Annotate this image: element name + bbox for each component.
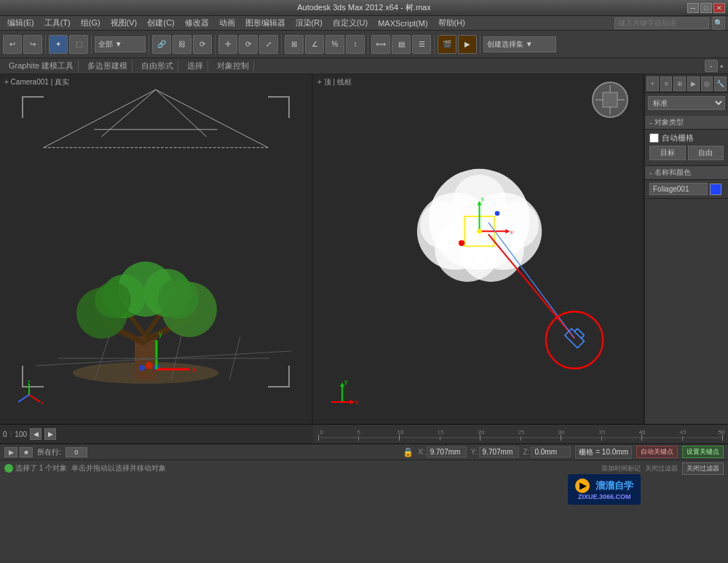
viewport-camera[interactable]: + Camera001 | 真实 xyxy=(0,74,313,424)
polygon-mode-btn[interactable]: - xyxy=(705,60,717,72)
panel-modify-btn[interactable]: ≡ xyxy=(660,76,673,91)
all-in-progress-label: 所在行: xyxy=(37,447,61,457)
prev-frame-btn[interactable]: ◀ xyxy=(30,428,41,440)
name-section-collapse-icon: - xyxy=(649,169,652,177)
select-button[interactable]: ✦ xyxy=(49,35,68,54)
svg-line-33 xyxy=(18,395,29,402)
menu-maxscript[interactable]: MAXScript(M) xyxy=(373,17,432,29)
spinner-snap-button[interactable]: ↕ xyxy=(346,35,365,54)
panel-display-btn[interactable]: ◎ xyxy=(701,76,713,91)
active-mode-indicator: ● xyxy=(720,63,724,70)
free-form-label: 自由形式 xyxy=(141,60,173,71)
render-button[interactable]: ▶ xyxy=(458,35,477,54)
bracket-top-right xyxy=(268,96,290,118)
right-panel: + ≡ ⊕ ▶ ◎ 🔧 标准 扩展基本体 - 对象类型 自动栅格 xyxy=(644,74,728,424)
hint-text: 单击并拖动以选择并移动对象 xyxy=(71,463,166,473)
align-button[interactable]: ▤ xyxy=(392,35,411,54)
object-type-header[interactable]: - 对象类型 xyxy=(645,116,728,130)
menu-animation[interactable]: 动画 xyxy=(215,16,240,30)
percent-snap-button[interactable]: % xyxy=(325,35,344,54)
auto-grid-label: 自动栅格 xyxy=(662,133,694,143)
play-button[interactable]: ▶ xyxy=(4,447,17,457)
svg-line-62 xyxy=(574,328,577,331)
quick-access-dropdown[interactable]: 创建选择集 ▼ xyxy=(483,36,556,52)
select-region-button[interactable]: ⬚ xyxy=(69,35,88,54)
render-setup-button[interactable]: 🎬 xyxy=(438,35,456,54)
graphite-label: Graphite 建模工具 xyxy=(9,60,74,71)
redo-button[interactable]: ↪ xyxy=(23,35,42,54)
panel-utilities-btn[interactable]: 🔧 xyxy=(714,76,727,91)
timeline-track[interactable]: 0 5 10 15 20 25 30 35 40 45 50 xyxy=(313,425,728,444)
layer-manager-button[interactable]: ☰ xyxy=(412,35,431,54)
main-content-area: + Camera001 | 真实 xyxy=(0,74,728,424)
set-key-button[interactable]: 设置关键点 xyxy=(682,446,724,458)
sub-toolbar: Graphite 建模工具 多边形建模 自由形式 选择 对象控制 - ● xyxy=(0,58,728,74)
search-button[interactable]: 🔍 xyxy=(712,17,725,30)
svg-point-56 xyxy=(495,211,500,216)
toolbar-separator-7 xyxy=(434,35,435,54)
menu-help[interactable]: 帮助(H) xyxy=(434,16,470,30)
stop-button[interactable]: ■ xyxy=(20,447,33,457)
name-color-header[interactable]: - 名称和颜色 xyxy=(645,166,728,180)
menu-render[interactable]: 渲染(R) xyxy=(291,16,327,30)
menu-create[interactable]: 创建(C) xyxy=(143,16,178,30)
maximize-button[interactable]: □ xyxy=(700,3,712,13)
filter-button[interactable]: 关闭过滤器 xyxy=(682,462,724,475)
object-type-section: - 对象类型 自动栅格 目标 自由 xyxy=(645,116,728,166)
undo-button[interactable]: ↩ xyxy=(3,35,22,54)
svg-point-17 xyxy=(95,282,131,318)
menu-view[interactable]: 视图(V) xyxy=(106,16,142,30)
menu-tools[interactable]: 工具(T) xyxy=(40,16,75,30)
x-coord-display: X: 9.707mm xyxy=(418,446,466,457)
selected-count-text: 选择了 1 个对象 xyxy=(15,463,67,473)
select-all-dropdown[interactable]: 全部 ▼ xyxy=(95,36,146,52)
menu-customize[interactable]: 自定义(U) xyxy=(328,16,372,30)
svg-text:y: y xyxy=(28,380,31,384)
panel-hierarchy-btn[interactable]: ⊕ xyxy=(673,76,686,91)
svg-text:10: 10 xyxy=(397,429,404,436)
angle-snap-button[interactable]: ∠ xyxy=(305,35,324,54)
bind-spacewarp-button[interactable]: ⟳ xyxy=(193,35,212,54)
panel-create-btn[interactable]: + xyxy=(646,76,659,91)
auto-grid-checkbox[interactable] xyxy=(649,133,659,143)
snap-toggle-button[interactable]: ⊞ xyxy=(285,35,304,54)
menu-edit[interactable]: 编辑(E) xyxy=(3,16,39,30)
y-label: Y: xyxy=(471,448,478,456)
svg-point-48 xyxy=(491,202,539,249)
menu-graph-editor[interactable]: 图形编辑器 xyxy=(241,16,290,30)
y-value-field[interactable]: 9.707mm xyxy=(479,446,519,457)
object-color-swatch[interactable] xyxy=(710,184,721,195)
auto-key-button[interactable]: 自动关键点 xyxy=(636,446,678,458)
z-value-field[interactable]: 0.0mm xyxy=(531,446,571,457)
search-input[interactable] xyxy=(614,17,709,29)
minimize-button[interactable]: ─ xyxy=(687,3,699,13)
ground-grid-svg xyxy=(36,322,291,380)
name-color-content xyxy=(645,180,728,198)
name-color-title: 名称和颜色 xyxy=(654,168,691,178)
close-button[interactable]: ✕ xyxy=(713,3,725,13)
target-button[interactable]: 目标 xyxy=(649,146,686,160)
svg-text:20: 20 xyxy=(478,429,485,436)
select-rotate-button[interactable]: ⟳ xyxy=(239,35,258,54)
frame-counter[interactable]: 0 xyxy=(66,447,87,457)
select-move-button[interactable]: ✛ xyxy=(218,35,237,54)
link-button[interactable]: 🔗 xyxy=(152,35,171,54)
object-paint-section: 对象控制 xyxy=(213,60,254,71)
menu-modifier[interactable]: 修改器 xyxy=(181,16,213,30)
toolbar-separator-5 xyxy=(281,35,282,54)
next-frame-btn[interactable]: ▶ xyxy=(44,428,56,440)
x-value-field[interactable]: 9.707mm xyxy=(427,446,467,457)
mirror-button[interactable]: ⟺ xyxy=(371,35,390,54)
svg-marker-69 xyxy=(350,400,355,404)
select-scale-button[interactable]: ⤢ xyxy=(259,35,278,54)
svg-line-64 xyxy=(577,328,584,335)
object-type-dropdown[interactable]: 标准 扩展基本体 xyxy=(648,96,725,110)
unlink-button[interactable]: ⛓ xyxy=(173,35,191,54)
viewport-top[interactable]: + 顶 | 线框 xyxy=(313,74,644,424)
panel-motion-btn[interactable]: ▶ xyxy=(687,76,700,91)
free-button[interactable]: 自由 xyxy=(688,146,724,160)
grid-value-field: 栅格 = 10.0mm xyxy=(575,446,632,459)
menu-group[interactable]: 组(G) xyxy=(76,16,105,30)
lock-icon: 🔒 xyxy=(403,447,414,457)
object-name-input[interactable] xyxy=(649,183,708,195)
